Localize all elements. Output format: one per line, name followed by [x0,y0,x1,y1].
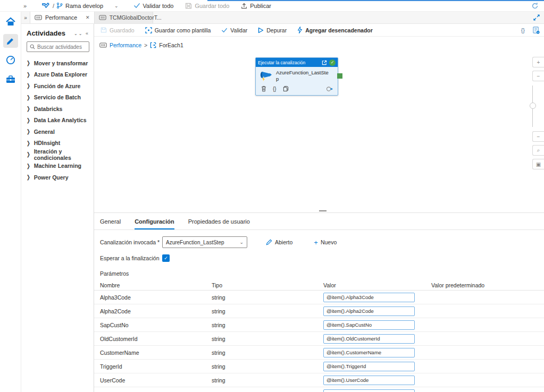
activity-category-servicio-de-batch[interactable]: ❯ Servicio de Batch [27,92,89,104]
table-row-alpha3code: Alpha3Code string [94,291,544,304]
activity-category-iteracion-y-condicionales[interactable]: ❯ Iteración y condicionales [27,149,89,160]
breadcrumb: Performance > ForEach1 [94,37,544,48]
zoom-out-button[interactable]: − [532,131,544,142]
activity-category-azure-data-explorer[interactable]: ❯ Azure Data Explorer [27,69,89,81]
clone-icon[interactable] [283,86,289,92]
open-pipeline-icon[interactable] [322,60,327,65]
tab-tcmglobaldoctor[interactable]: TCMGlobalDoctorT... [95,12,153,23]
code-view-icon[interactable]: {} [521,27,525,33]
expand-breadcrumb-icon[interactable]: » [0,3,41,9]
tab-overflow-icon[interactable]: » [21,12,30,23]
activities-search-box[interactable] [27,41,89,52]
nav-home-button[interactable] [3,15,18,29]
close-tab-icon[interactable]: ✕ [86,15,90,20]
collapse-all-icon[interactable]: ⌄⌄ [74,31,83,36]
home-icon [5,17,16,27]
tab-configuracion[interactable]: Configuración [135,218,174,229]
param-value-input[interactable] [323,306,415,316]
chevron-right-icon: ❯ [27,163,30,169]
add-output-connector-icon[interactable] [326,86,333,92]
add-trigger-button[interactable]: Agregar desencadenador [297,27,373,33]
activity-category-hdinsight[interactable]: ❯ HDInsight [27,138,89,149]
editor-tab-bar: » Performance ✕ TCMGlobalDoctorT... [21,12,544,24]
breadcrumb-activity-label: ForEach1 [159,42,183,48]
activity-category-mover-y-transformar[interactable]: ❯ Mover y transformar [27,57,89,69]
param-value-input[interactable] [323,389,415,392]
breadcrumb-pipeline-link[interactable]: Performance [110,42,141,48]
toolbox-icon [6,75,15,83]
execute-pipeline-activity-node[interactable]: Ejecutar la canalización ✓ AzureFunction… [255,57,338,96]
validate-all-button[interactable]: Validar todo [133,3,174,9]
table-row-oldcustomerid: OldCustomerId string [94,332,544,346]
activity-category-data-lake-analytics[interactable]: ❯ Data Lake Analytics [27,115,89,126]
delete-icon[interactable] [261,86,266,92]
properties-icon[interactable] [532,27,540,34]
activities-panel: Actividades ⌄⌄ « ❯ Mover y transformar ❯… [21,24,94,392]
chevron-right-icon: ❯ [27,140,30,146]
activities-search-input[interactable] [37,44,86,50]
debug-button[interactable]: Depurar [258,27,287,33]
left-navigation-rail [0,12,21,392]
canvas-zoom-controls: + − − ⌕ ▣ [535,57,544,169]
publish-button[interactable]: Publicar [241,3,271,9]
activity-category-general[interactable]: ❯ General [27,126,89,138]
activity-category-funcion-de-azure[interactable]: ❯ Función de Azure [27,80,89,92]
save-icon [101,27,107,33]
tab-general[interactable]: General [100,218,121,229]
param-value-input[interactable] [323,348,415,357]
panel-resize-handle[interactable] [319,210,327,211]
chevron-down-icon: ⌄ [239,240,244,245]
pipeline-canvas[interactable]: Guardado Guardar como plantilla Validar … [94,24,544,212]
chevron-down-icon: ⌄ [114,3,119,8]
node-header: Ejecutar la canalización ✓ [256,58,338,67]
tab-label: TCMGlobalDoctorT... [110,14,162,21]
collapse-panel-icon[interactable]: « [86,31,89,36]
param-value-input[interactable] [323,334,415,344]
tab-propiedades-de-usuario[interactable]: Propiedades de usuario [188,218,250,229]
pipeline-icon [99,15,106,20]
git-branch-icon [56,2,63,9]
param-value-input[interactable] [323,293,415,302]
gauge-icon [6,55,15,65]
tab-label: Performance [45,14,77,21]
param-value-input[interactable] [323,320,415,330]
nav-monitor-button[interactable] [3,53,18,67]
pencil-icon [266,239,272,245]
param-value-input[interactable] [323,376,415,385]
validate-button[interactable]: Validar [221,27,247,33]
nav-author-button[interactable] [3,34,18,48]
param-value-input[interactable] [323,362,415,371]
template-icon [145,27,152,33]
chevron-right-icon: ❯ [27,94,30,100]
chevron-right-icon: ❯ [27,106,30,112]
zoom-fit-button[interactable]: ⌕ [532,145,544,156]
new-pipeline-button[interactable]: + Nuevo [314,238,337,246]
code-icon[interactable]: {} [273,86,277,92]
nav-manage-button[interactable] [3,72,18,86]
validation-success-icon: ✓ [329,59,336,66]
refresh-icon[interactable] [531,2,539,10]
tab-performance[interactable]: Performance ✕ [30,12,95,23]
node-name: AzureFunction_LastStep [276,70,331,82]
invoked-pipeline-select[interactable]: AzureFunction_LastStep ⌄ [162,236,247,248]
node-output-port[interactable] [337,73,342,79]
zoom-slider[interactable] [532,86,544,127]
execute-pipeline-icon [259,70,273,82]
check-icon [221,28,228,33]
save-as-template-button[interactable]: Guardar como plantilla [145,27,211,33]
activity-category-power-query[interactable]: ❯ Power Query [27,172,89,183]
zoom-in-button[interactable]: + [532,57,544,67]
zoom-reset-button[interactable]: ▣ [532,159,544,169]
zoom-slider-handle[interactable] [530,103,536,109]
wait-on-completion-checkbox[interactable]: ✓ [162,254,170,262]
activity-category-machine-learning[interactable]: ❯ Machine Learning [27,160,89,172]
plus-icon: + [314,238,318,246]
zoom-out-top-button[interactable]: − [532,71,544,81]
table-row-triggerid: TriggerId string [94,360,544,373]
open-pipeline-button[interactable]: Abierto [266,239,292,245]
canvas-toolbar: Guardado Guardar como plantilla Validar … [94,24,544,37]
table-row-migrationtype: MigrationType int [94,387,544,392]
activity-category-databricks[interactable]: ❯ Databricks [27,103,89,115]
branch-selector[interactable]: Rama develop ⌄ [56,2,118,9]
expand-panel-icon[interactable] [533,14,540,21]
